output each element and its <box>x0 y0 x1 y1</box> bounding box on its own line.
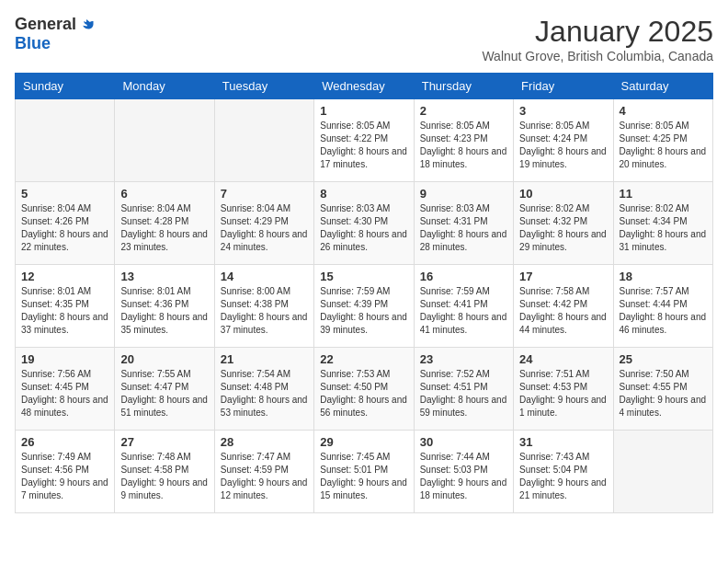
day-of-week-header: Thursday <box>414 74 513 99</box>
title-block: January 2025 Walnut Grove, British Colum… <box>482 15 713 63</box>
calendar-day-cell: 7Sunrise: 8:04 AM Sunset: 4:29 PM Daylig… <box>214 182 313 265</box>
calendar-day-cell: 16Sunrise: 7:59 AM Sunset: 4:41 PM Dayli… <box>414 265 513 348</box>
day-info: Sunrise: 7:53 AM Sunset: 4:50 PM Dayligh… <box>320 368 407 419</box>
day-number: 21 <box>221 352 308 366</box>
day-number: 27 <box>120 435 208 449</box>
calendar-day-cell: 24Sunrise: 7:51 AM Sunset: 4:53 PM Dayli… <box>514 348 613 431</box>
day-info: Sunrise: 8:02 AM Sunset: 4:34 PM Dayligh… <box>620 202 707 254</box>
calendar-week-row: 12Sunrise: 8:01 AM Sunset: 4:35 PM Dayli… <box>16 265 713 348</box>
calendar-day-cell: 20Sunrise: 7:55 AM Sunset: 4:47 PM Dayli… <box>115 348 214 431</box>
calendar-header-row: SundayMondayTuesdayWednesdayThursdayFrid… <box>16 74 713 99</box>
day-of-week-header: Saturday <box>613 74 712 99</box>
calendar-week-row: 19Sunrise: 7:56 AM Sunset: 4:45 PM Dayli… <box>16 348 713 431</box>
calendar-day-cell: 4Sunrise: 8:05 AM Sunset: 4:25 PM Daylig… <box>613 99 712 182</box>
day-number: 28 <box>221 435 308 449</box>
calendar-day-cell <box>613 431 712 513</box>
calendar-day-cell: 11Sunrise: 8:02 AM Sunset: 4:34 PM Dayli… <box>613 182 712 265</box>
day-info: Sunrise: 7:54 AM Sunset: 4:48 PM Dayligh… <box>221 368 308 419</box>
day-number: 11 <box>620 187 707 201</box>
day-number: 15 <box>320 270 407 283</box>
day-of-week-header: Tuesday <box>214 74 313 99</box>
day-info: Sunrise: 7:57 AM Sunset: 4:44 PM Dayligh… <box>620 285 707 337</box>
calendar-day-cell: 29Sunrise: 7:45 AM Sunset: 5:01 PM Dayli… <box>314 431 414 513</box>
calendar-day-cell: 22Sunrise: 7:53 AM Sunset: 4:50 PM Dayli… <box>314 348 414 431</box>
calendar-day-cell: 21Sunrise: 7:54 AM Sunset: 4:48 PM Dayli… <box>214 348 313 431</box>
calendar-day-cell: 5Sunrise: 8:04 AM Sunset: 4:26 PM Daylig… <box>16 182 115 265</box>
day-number: 18 <box>620 270 707 283</box>
calendar-day-cell: 9Sunrise: 8:03 AM Sunset: 4:31 PM Daylig… <box>414 182 513 265</box>
day-info: Sunrise: 7:59 AM Sunset: 4:39 PM Dayligh… <box>320 285 407 337</box>
day-info: Sunrise: 8:04 AM Sunset: 4:26 PM Dayligh… <box>21 202 108 254</box>
day-number: 25 <box>620 352 707 366</box>
day-info: Sunrise: 7:47 AM Sunset: 4:59 PM Dayligh… <box>221 451 308 502</box>
calendar-day-cell: 18Sunrise: 7:57 AM Sunset: 4:44 PM Dayli… <box>613 265 712 348</box>
day-info: Sunrise: 7:52 AM Sunset: 4:51 PM Dayligh… <box>420 368 507 419</box>
day-info: Sunrise: 8:05 AM Sunset: 4:23 PM Dayligh… <box>420 120 507 171</box>
calendar-day-cell: 14Sunrise: 8:00 AM Sunset: 4:38 PM Dayli… <box>214 265 313 348</box>
day-info: Sunrise: 7:50 AM Sunset: 4:55 PM Dayligh… <box>620 368 707 419</box>
day-number: 23 <box>420 352 507 366</box>
day-number: 6 <box>120 187 208 201</box>
day-number: 13 <box>120 270 208 283</box>
month-title: January 2025 <box>482 15 713 49</box>
day-info: Sunrise: 8:02 AM Sunset: 4:32 PM Dayligh… <box>519 202 607 254</box>
calendar-day-cell: 13Sunrise: 8:01 AM Sunset: 4:36 PM Dayli… <box>115 265 214 348</box>
calendar-week-row: 5Sunrise: 8:04 AM Sunset: 4:26 PM Daylig… <box>16 182 713 265</box>
calendar-day-cell: 30Sunrise: 7:44 AM Sunset: 5:03 PM Dayli… <box>414 431 513 513</box>
logo-blue-text: Blue <box>15 34 51 53</box>
day-number: 26 <box>21 435 108 449</box>
calendar-day-cell: 3Sunrise: 8:05 AM Sunset: 4:24 PM Daylig… <box>514 99 613 182</box>
calendar-day-cell: 25Sunrise: 7:50 AM Sunset: 4:55 PM Dayli… <box>613 348 712 431</box>
day-number: 30 <box>420 435 507 449</box>
calendar-week-row: 26Sunrise: 7:49 AM Sunset: 4:56 PM Dayli… <box>16 431 713 513</box>
day-of-week-header: Sunday <box>16 74 115 99</box>
day-info: Sunrise: 7:44 AM Sunset: 5:03 PM Dayligh… <box>420 451 507 502</box>
day-number: 12 <box>21 270 108 283</box>
day-info: Sunrise: 7:45 AM Sunset: 5:01 PM Dayligh… <box>320 451 407 502</box>
day-number: 7 <box>221 187 308 201</box>
calendar-day-cell: 26Sunrise: 7:49 AM Sunset: 4:56 PM Dayli… <box>16 431 115 513</box>
calendar-day-cell: 19Sunrise: 7:56 AM Sunset: 4:45 PM Dayli… <box>16 348 115 431</box>
day-number: 3 <box>519 104 607 118</box>
day-info: Sunrise: 8:05 AM Sunset: 4:22 PM Dayligh… <box>320 120 407 171</box>
calendar-day-cell: 23Sunrise: 7:52 AM Sunset: 4:51 PM Dayli… <box>414 348 513 431</box>
day-number: 5 <box>21 187 108 201</box>
day-of-week-header: Friday <box>514 74 613 99</box>
day-number: 29 <box>320 435 407 449</box>
calendar-day-cell: 15Sunrise: 7:59 AM Sunset: 4:39 PM Dayli… <box>314 265 414 348</box>
day-number: 9 <box>420 187 507 201</box>
day-number: 4 <box>620 104 707 118</box>
logo: General Blue <box>15 15 95 53</box>
day-number: 22 <box>320 352 407 366</box>
day-info: Sunrise: 8:05 AM Sunset: 4:25 PM Dayligh… <box>620 120 707 171</box>
calendar-day-cell: 12Sunrise: 8:01 AM Sunset: 4:35 PM Dayli… <box>16 265 115 348</box>
day-number: 16 <box>420 270 507 283</box>
day-info: Sunrise: 7:56 AM Sunset: 4:45 PM Dayligh… <box>21 368 108 419</box>
day-number: 1 <box>320 104 407 118</box>
day-info: Sunrise: 7:51 AM Sunset: 4:53 PM Dayligh… <box>519 368 607 419</box>
day-info: Sunrise: 8:03 AM Sunset: 4:31 PM Dayligh… <box>420 202 507 254</box>
day-number: 20 <box>120 352 208 366</box>
calendar-day-cell <box>16 99 115 182</box>
day-info: Sunrise: 8:01 AM Sunset: 4:35 PM Dayligh… <box>21 285 108 337</box>
calendar-day-cell: 6Sunrise: 8:04 AM Sunset: 4:28 PM Daylig… <box>115 182 214 265</box>
calendar-day-cell: 1Sunrise: 8:05 AM Sunset: 4:22 PM Daylig… <box>314 99 414 182</box>
day-info: Sunrise: 8:00 AM Sunset: 4:38 PM Dayligh… <box>221 285 308 337</box>
calendar-day-cell <box>115 99 214 182</box>
day-info: Sunrise: 8:04 AM Sunset: 4:29 PM Dayligh… <box>221 202 308 254</box>
day-number: 31 <box>519 435 607 449</box>
calendar-day-cell: 28Sunrise: 7:47 AM Sunset: 4:59 PM Dayli… <box>214 431 313 513</box>
day-number: 19 <box>21 352 108 366</box>
calendar-day-cell: 17Sunrise: 7:58 AM Sunset: 4:42 PM Dayli… <box>514 265 613 348</box>
day-number: 24 <box>519 352 607 366</box>
calendar-day-cell: 10Sunrise: 8:02 AM Sunset: 4:32 PM Dayli… <box>514 182 613 265</box>
calendar-day-cell <box>214 99 313 182</box>
day-info: Sunrise: 7:48 AM Sunset: 4:58 PM Dayligh… <box>120 451 208 502</box>
day-number: 17 <box>519 270 607 283</box>
page-header: General Blue January 2025 Walnut Grove, … <box>15 15 713 63</box>
day-of-week-header: Wednesday <box>314 74 414 99</box>
calendar-day-cell: 31Sunrise: 7:43 AM Sunset: 5:04 PM Dayli… <box>514 431 613 513</box>
day-info: Sunrise: 8:05 AM Sunset: 4:24 PM Dayligh… <box>519 120 607 171</box>
location-title: Walnut Grove, British Columbia, Canada <box>482 49 713 63</box>
day-info: Sunrise: 7:49 AM Sunset: 4:56 PM Dayligh… <box>21 451 108 502</box>
